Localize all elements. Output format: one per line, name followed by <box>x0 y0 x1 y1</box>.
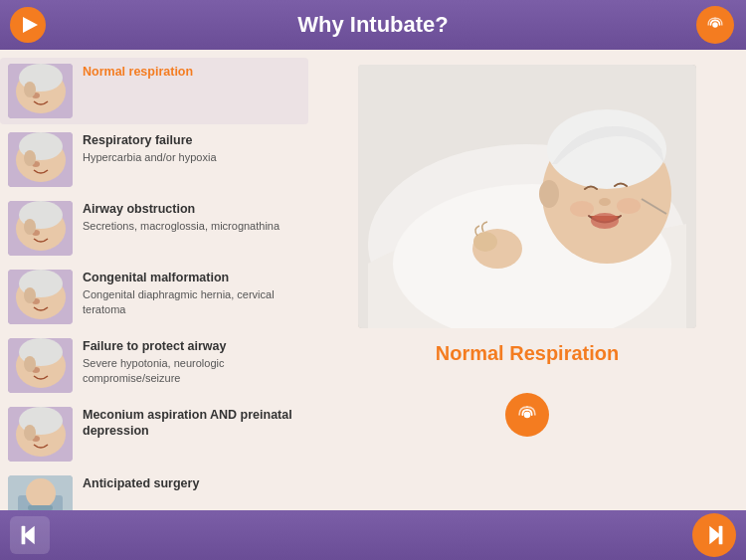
main-image <box>358 65 696 328</box>
right-audio-button[interactable] <box>505 393 549 437</box>
image-caption: Normal Respiration <box>436 342 619 365</box>
header-audio-button[interactable] <box>696 6 734 44</box>
svg-point-2 <box>712 22 718 28</box>
svg-point-7 <box>24 82 36 97</box>
list-item-meconium-aspiration[interactable]: Meconium aspiration AND preinatal depres… <box>0 401 308 467</box>
item-subtitle-failure-protect-airway: Severe hypotonia, neurologic compromise/… <box>83 356 300 385</box>
item-title-airway-obstruction: Airway obstruction <box>83 201 300 217</box>
svg-point-12 <box>24 150 36 166</box>
app-logo[interactable] <box>10 7 46 43</box>
svg-point-17 <box>24 219 36 235</box>
item-title-failure-protect-airway: Failure to protect airway <box>83 338 300 354</box>
svg-point-46 <box>617 198 641 214</box>
thumbnail-normal-respiration <box>8 64 73 118</box>
item-text-airway-obstruction: Airway obstructionSecretions, macrogloss… <box>83 201 300 234</box>
item-title-meconium-aspiration: Meconium aspiration AND preinatal depres… <box>83 407 300 440</box>
page-title: Why Intubate? <box>297 12 449 38</box>
item-text-anticipated-surgery: Anticipated surgery <box>83 475 300 493</box>
svg-point-27 <box>24 356 36 372</box>
item-subtitle-airway-obstruction: Secretions, macroglossia, micrognathina <box>83 219 300 233</box>
right-panel: Normal Respiration <box>308 50 746 510</box>
list-item-failure-protect-airway[interactable]: Failure to protect airwaySevere hypotoni… <box>0 332 308 399</box>
list-item-congenital-malformation[interactable]: Congenital malformationCongenital diaphr… <box>0 264 308 330</box>
footer <box>0 510 746 560</box>
thumbnail-respiratory-failure <box>8 132 73 187</box>
item-subtitle-respiratory-failure: Hypercarbia and/or hypoxia <box>83 150 300 164</box>
header: Why Intubate? <box>0 0 746 50</box>
left-panel: Normal respiration Respiratory failureHy… <box>0 50 308 510</box>
svg-rect-52 <box>22 526 26 545</box>
svg-rect-54 <box>719 526 723 545</box>
forward-button[interactable] <box>692 513 736 557</box>
svg-point-43 <box>591 213 619 229</box>
item-text-respiratory-failure: Respiratory failureHypercarbia and/or hy… <box>83 132 300 165</box>
thumbnail-meconium-aspiration <box>8 407 73 462</box>
list-item-anticipated-surgery[interactable]: Anticipated surgery <box>0 469 308 510</box>
item-text-congenital-malformation: Congenital malformationCongenital diaphr… <box>83 270 300 316</box>
list-item-airway-obstruction[interactable]: Airway obstructionSecretions, macrogloss… <box>0 195 308 262</box>
list-item-respiratory-failure[interactable]: Respiratory failureHypercarbia and/or hy… <box>0 126 308 193</box>
item-title-anticipated-surgery: Anticipated surgery <box>83 475 300 491</box>
svg-point-22 <box>24 287 36 303</box>
svg-point-32 <box>24 425 36 441</box>
item-title-respiratory-failure: Respiratory failure <box>83 132 300 148</box>
item-text-normal-respiration: Normal respiration <box>83 64 300 82</box>
thumbnail-airway-obstruction <box>8 201 73 256</box>
svg-point-50 <box>524 412 531 419</box>
thumbnail-congenital-malformation <box>8 270 73 324</box>
svg-point-45 <box>570 201 594 217</box>
item-text-meconium-aspiration: Meconium aspiration AND preinatal depres… <box>83 407 300 442</box>
thumbnail-anticipated-surgery <box>8 475 73 510</box>
item-text-failure-protect-airway: Failure to protect airwaySevere hypotoni… <box>83 338 300 385</box>
svg-point-44 <box>539 180 559 208</box>
svg-point-42 <box>599 198 611 206</box>
thumbnail-failure-protect-airway <box>8 338 73 393</box>
back-button[interactable] <box>10 516 50 554</box>
item-title-normal-respiration: Normal respiration <box>83 64 300 80</box>
item-title-congenital-malformation: Congenital malformation <box>83 270 300 285</box>
item-subtitle-congenital-malformation: Congenital diaphragmic hernia, cervical … <box>83 287 300 316</box>
list-item-normal-respiration[interactable]: Normal respiration <box>0 58 308 124</box>
svg-point-35 <box>26 478 56 508</box>
